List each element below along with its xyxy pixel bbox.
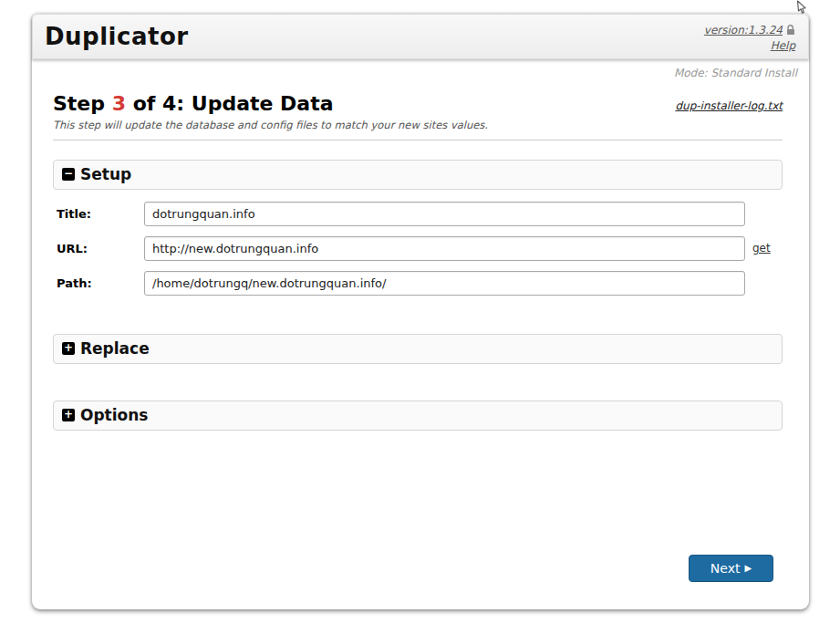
collapse-icon[interactable]: −	[62, 168, 75, 181]
app-title: Duplicator	[45, 23, 189, 50]
title-row: Title:	[53, 201, 783, 226]
url-row: URL: get	[53, 235, 783, 261]
title-label: Title:	[53, 207, 144, 221]
expand-icon[interactable]: +	[62, 409, 75, 421]
get-url-link[interactable]: get	[752, 242, 771, 255]
divider	[53, 140, 783, 140]
installer-log-link[interactable]: dup-installer-log.txt	[675, 99, 783, 112]
options-panel-header[interactable]: + Options	[53, 400, 783, 431]
next-button[interactable]: Next ▶	[689, 555, 773, 582]
step-suffix: of 4: Update Data	[133, 92, 334, 115]
installer-window: Duplicator version:1.3.24 Help Mode: Sta…	[32, 14, 809, 609]
path-label: Path:	[53, 276, 144, 290]
url-label: URL:	[53, 242, 144, 255]
step-number: 3	[112, 92, 126, 115]
page-title: Step 3 of 4: Update Data	[53, 92, 334, 115]
footer-actions: Next ▶	[591, 555, 773, 582]
options-panel-label: Options	[80, 406, 148, 424]
step-subtitle: This step will update the database and c…	[53, 119, 783, 131]
path-row: Path:	[53, 270, 783, 296]
lock-icon	[786, 25, 795, 36]
expand-icon[interactable]: +	[62, 342, 75, 355]
next-arrow-icon: ▶	[744, 564, 752, 573]
step-prefix: Step	[53, 92, 105, 115]
replace-panel-header[interactable]: + Replace	[53, 334, 783, 364]
title-input[interactable]	[144, 202, 745, 226]
setup-form: Title: URL: get Path:	[53, 201, 783, 296]
setup-panel-label: Setup	[80, 165, 131, 183]
content-area: Mode: Standard Install Step 3 of 4: Upda…	[32, 59, 809, 431]
setup-panel-header[interactable]: − Setup	[53, 160, 783, 190]
path-input[interactable]	[144, 271, 745, 296]
next-button-label: Next	[710, 561, 741, 576]
step-heading-row: Step 3 of 4: Update Data dup-installer-l…	[53, 92, 783, 115]
version-link[interactable]: version:1.3.24	[704, 24, 783, 36]
help-link[interactable]: Help	[771, 39, 795, 52]
header-links: version:1.3.24 Help	[704, 22, 795, 52]
url-input[interactable]	[144, 236, 745, 261]
header-bar: Duplicator version:1.3.24 Help	[32, 14, 809, 59]
replace-panel-label: Replace	[80, 339, 150, 358]
install-mode-label: Mode: Standard Install	[53, 59, 797, 79]
